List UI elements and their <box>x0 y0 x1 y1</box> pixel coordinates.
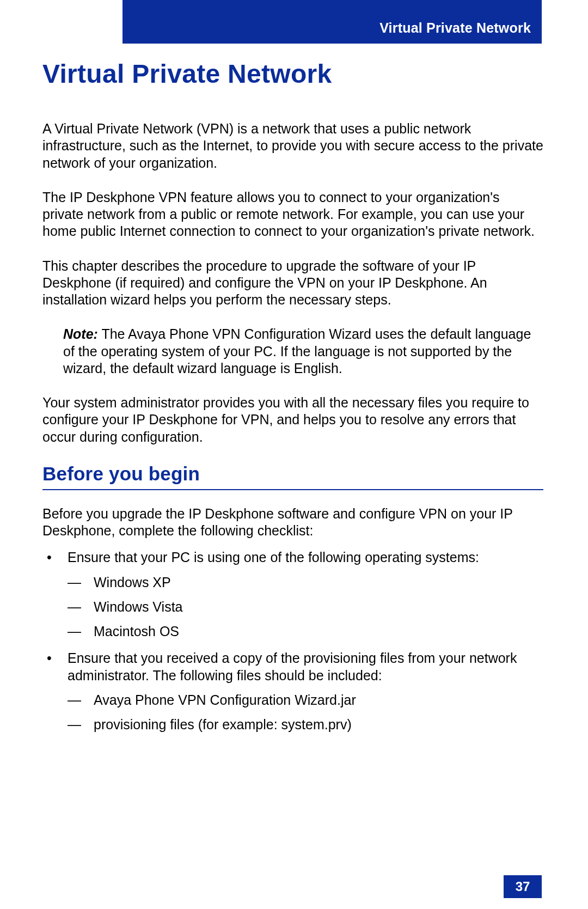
note-block: Note: The Avaya Phone VPN Configuration … <box>63 326 543 377</box>
list-item: Ensure that you received a copy of the p… <box>42 650 543 733</box>
paragraph: The IP Deskphone VPN feature allows you … <box>42 189 543 240</box>
page-number-box: 37 <box>504 875 542 898</box>
running-title: Virtual Private Network <box>379 20 531 36</box>
page-content: Virtual Private Network A Virtual Privat… <box>42 59 543 743</box>
paragraph: This chapter describes the procedure to … <box>42 258 543 309</box>
page-title: Virtual Private Network <box>42 59 543 89</box>
sublist-item: Macintosh OS <box>68 623 543 640</box>
note-text: The Avaya Phone VPN Configuration Wizard… <box>63 326 531 376</box>
paragraph: A Virtual Private Network (VPN) is a net… <box>42 120 543 172</box>
sublist: Windows XP Windows Vista Macintosh OS <box>68 574 543 640</box>
sublist-item: Windows XP <box>68 574 543 591</box>
sublist: Avaya Phone VPN Configuration Wizard.jar… <box>68 692 543 734</box>
sublist-item: provisioning files (for example: system.… <box>68 716 543 733</box>
paragraph: Your system administrator provides you w… <box>42 394 543 446</box>
list-item-text: Ensure that your PC is using one of the … <box>68 550 479 565</box>
list-item-text: Ensure that you received a copy of the p… <box>68 650 517 682</box>
section-heading: Before you begin <box>42 463 543 490</box>
section-intro: Before you upgrade the IP Deskphone soft… <box>42 505 543 540</box>
header-tab: Virtual Private Network <box>122 0 542 44</box>
page-number: 37 <box>516 879 530 894</box>
sublist-item: Windows Vista <box>68 599 543 615</box>
checklist: Ensure that your PC is using one of the … <box>42 549 543 733</box>
list-item: Ensure that your PC is using one of the … <box>42 549 543 640</box>
sublist-item: Avaya Phone VPN Configuration Wizard.jar <box>68 692 543 709</box>
note-label: Note: <box>63 326 98 341</box>
